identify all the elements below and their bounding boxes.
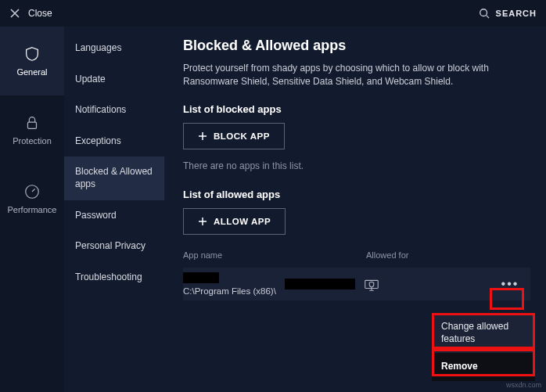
col-app-name: App name [183,250,366,260]
sub-item-notifications[interactable]: Notifications [64,95,164,126]
allowed-section-head: List of allowed apps [183,189,530,200]
sidebar-tab-general[interactable]: General [0,27,64,95]
sidebar-label: Protection [13,136,52,146]
col-allowed-for: Allowed for [366,250,499,260]
sub-item-password[interactable]: Password [64,200,164,232]
top-left: Close [9,8,52,19]
svg-point-0 [480,9,487,16]
sidebar-sub: Languages Update Notifications Exception… [64,27,164,392]
top-bar: Close SEARCH [0,0,546,27]
close-label[interactable]: Close [28,8,52,19]
svg-rect-1 [28,122,37,128]
search-label: SEARCH [496,9,537,18]
blocked-section-head: List of blocked apps [183,103,530,115]
redacted-block [183,272,219,283]
sidebar-tab-protection[interactable]: Protection [0,95,64,164]
sub-item-update[interactable]: Update [64,64,164,95]
sidebar-label: General [16,67,47,77]
menu-item-remove[interactable]: Remove [432,353,535,381]
sub-item-personal-privacy[interactable]: Personal Privacy [64,231,164,262]
app-path: C:\Program Files (x86)\ [183,286,276,296]
allowed-for-cell [363,275,496,293]
plus-icon [198,217,207,226]
close-icon[interactable] [9,8,20,19]
context-menu: Change allowed features Remove [432,313,535,381]
page-description: Protect yourself from shady apps by choo… [183,62,504,89]
redacted-block [285,279,355,290]
search-button[interactable]: SEARCH [479,8,537,19]
page-title: Blocked & Allowed apps [183,38,530,54]
app-path-cell: C:\Program Files (x86)\ [183,268,363,300]
btn-label: ALLOW APP [214,217,271,226]
search-icon [479,8,490,19]
sub-item-exceptions[interactable]: Exceptions [64,126,164,157]
shield-monitor-icon [363,275,380,293]
plus-icon [198,131,207,141]
watermark: wsxdn.com [506,381,541,389]
empty-blocked-text: There are no apps in this list. [183,160,530,171]
sub-item-languages[interactable]: Languages [64,33,164,64]
sub-item-troubleshooting[interactable]: Troubleshooting [64,262,164,293]
block-app-button[interactable]: BLOCK APP [183,123,285,149]
lock-icon [23,114,41,131]
gauge-icon [23,183,41,200]
btn-label: BLOCK APP [214,131,270,141]
sub-item-blocked-allowed[interactable]: Blocked & Allowed apps [64,156,164,200]
sidebar-tab-performance[interactable]: Performance [0,164,64,233]
dots-icon: ••• [501,278,519,290]
menu-item-change-allowed[interactable]: Change allowed features [432,313,535,353]
sidebar-label: Performance [8,205,57,214]
table-header: App name Allowed for [183,246,530,268]
sidebar-main: General Protection Performance [0,27,64,392]
shield-icon [23,45,41,63]
table-row: C:\Program Files (x86)\ ••• [183,268,530,300]
allow-app-button[interactable]: ALLOW APP [183,208,286,235]
more-actions-button[interactable]: ••• [496,274,524,294]
